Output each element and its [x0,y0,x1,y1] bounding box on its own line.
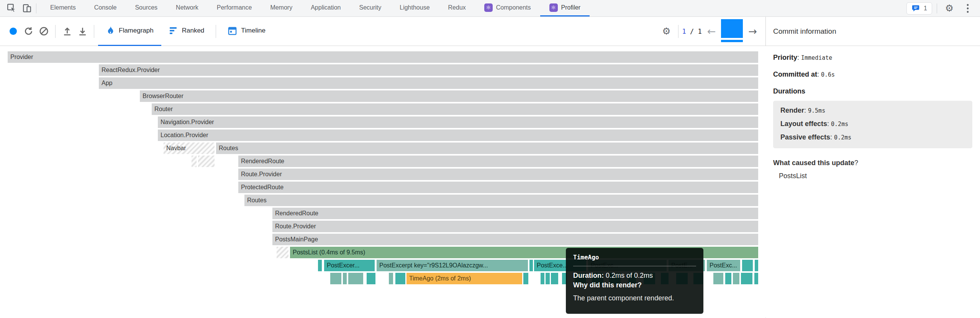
tab-memory[interactable]: Memory [261,0,302,16]
flame-bar[interactable] [343,273,347,284]
tab-elements[interactable]: Elements [41,0,85,16]
timeline-calendar-icon [228,26,237,36]
flame-bar[interactable]: App [99,77,758,89]
duration-line: Render: 9.5ms [780,107,965,115]
flame-bar[interactable]: Routes [216,143,758,154]
tab-sources[interactable]: Sources [126,0,167,16]
device-toolbar-icon[interactable] [19,2,34,15]
tab-application[interactable]: Application [302,0,350,16]
flame-bar[interactable]: PostExc... [707,260,740,271]
flame-bar[interactable] [742,260,753,271]
tab-label: Network [176,4,198,11]
flame-bar[interactable]: Routes [244,195,758,206]
tab-components[interactable]: ⚛Components [475,0,540,16]
flame-bar[interactable] [348,273,363,284]
tooltip-why-label: Why did this render? [573,280,696,290]
duration-line: Layout effects: 0.2ms [780,120,965,128]
selected-commit-bar[interactable] [721,19,743,38]
flame-bar[interactable]: Route.Provider [272,221,758,232]
priority-line: Priority: Immediate [773,54,973,62]
flame-bar[interactable]: Route.Provider [238,169,758,180]
cause-list: PostsList [773,172,973,180]
tab-lighthouse[interactable]: Lighthouse [390,0,439,16]
commit-selector: 1 / 1 ← → [682,19,757,44]
comment-count: 1 [924,5,927,12]
inspect-icon[interactable] [4,2,19,15]
flame-bar[interactable] [389,273,393,284]
flame-bar[interactable] [755,260,758,271]
more-menu-icon[interactable] [960,2,975,15]
flame-bar[interactable] [551,273,558,284]
flame-bar-hatched[interactable] [192,156,197,167]
reload-profile-button[interactable] [21,23,36,40]
flame-bar[interactable]: Router [152,103,758,115]
flame-bar[interactable]: Provider [8,51,758,63]
tab-network[interactable]: Network [167,0,208,16]
flame-bar[interactable] [713,273,723,284]
flame-bar[interactable] [330,273,341,284]
tab-profiler[interactable]: ⚛Profiler [540,0,590,16]
divider [216,25,216,38]
flame-bar[interactable] [741,273,752,284]
flame-bar[interactable]: PostsMainPage [272,234,758,245]
flame-bar[interactable] [754,273,758,284]
flame-bar[interactable]: Navigation.Provider [158,116,758,128]
flame-bar[interactable]: BrowserRouter [140,90,758,102]
profiler-toolbar: Flamegraph Ranked [0,17,765,46]
settings-gear-icon[interactable]: ⚙ [942,2,957,15]
flame-bar[interactable] [546,273,550,284]
tooltip-reason: The parent component rendered. [573,293,696,303]
record-button[interactable] [5,23,21,40]
profiler-settings-gear-icon[interactable]: ⚙ [659,23,674,40]
tab-label: Application [311,4,341,11]
divider [55,25,56,38]
cause-item[interactable]: PostsList [773,172,973,180]
flame-bar-hatched[interactable] [198,156,215,167]
flame-bar[interactable] [725,273,731,284]
tab-timeline[interactable]: Timeline [220,17,273,46]
clear-profile-button[interactable] [36,23,51,40]
flame-bar[interactable] [367,273,375,284]
commit-bar-chart[interactable] [721,19,743,44]
ranked-bars-icon [169,26,178,35]
tab-performance[interactable]: Performance [208,0,261,16]
comment-icon [911,4,921,13]
flame-bar[interactable]: PostExcerpt key="r9S12L9OAlazczgw... [377,260,528,271]
flame-bar[interactable] [395,273,405,284]
flame-bar[interactable]: RenderedRoute [272,208,758,219]
flame-bar[interactable] [529,260,533,271]
flame-bar[interactable]: PostExcer... [324,260,375,271]
tab-label: Profiler [561,4,581,11]
divider [94,25,94,38]
comment-button[interactable]: 1 [906,2,932,15]
flame-bar[interactable]: ReactRedux.Provider [99,64,758,76]
tab-ranked-label: Ranked [182,27,205,34]
flame-icon [106,26,115,36]
tab-flamegraph[interactable]: Flamegraph [98,17,161,46]
next-commit-arrow-icon[interactable]: → [748,26,757,36]
commit-info-panel: Commit information Priority: Immediate C… [766,17,980,318]
flame-bar[interactable] [318,260,322,271]
tooltip-divider [573,266,696,266]
flame-bar[interactable]: TimeAgo (2ms of 2ms) [406,273,522,284]
tab-security[interactable]: Security [350,0,390,16]
flame-bar-hatched[interactable] [277,247,288,258]
devtools-tabs: ElementsConsoleSourcesNetworkPerformance… [41,0,590,16]
flame-bar[interactable] [541,273,544,284]
flame-bar[interactable] [523,273,528,284]
flame-bar[interactable]: ProtectedRoute [238,182,758,193]
tab-redux[interactable]: Redux [439,0,475,16]
cause-heading: What caused this update? [773,159,973,167]
flame-bar-hatched[interactable]: Navbar [164,143,215,154]
flame-bar[interactable]: RenderedRoute [238,156,758,167]
tab-label: Elements [50,4,76,11]
export-profile-button[interactable] [75,23,90,40]
flame-bar[interactable] [733,273,739,284]
tab-ranked[interactable]: Ranked [161,17,212,46]
selected-commit-indicator [721,40,743,42]
flame-bar[interactable]: Location.Provider [158,129,758,141]
tab-console[interactable]: Console [85,0,126,16]
import-profile-button[interactable] [59,23,75,40]
tabbar-right-controls: 1 ⚙ [906,0,980,16]
previous-commit-arrow-icon[interactable]: ← [707,26,716,36]
